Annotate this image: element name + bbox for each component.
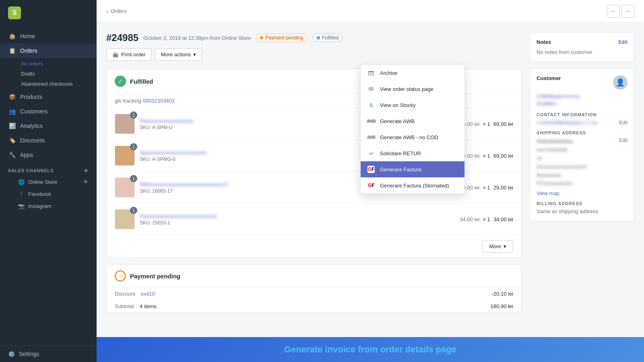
order-number: #24985 [106,32,138,43]
fulfillment-status-dot [317,36,320,39]
item-2-image-wrap: 1 [115,146,135,166]
item-2-price: 69,00 lei × 1 69,00 lei [460,153,513,159]
more-actions-label: More actions [161,51,191,58]
item-1-image-wrap: 1 [115,114,135,134]
contact-info-section-label: CONTACT INFORMATION [537,112,627,117]
sidebar-item-analytics[interactable]: 📊 Analytics [0,119,97,133]
address-line6: 07/zzzzzzzzzzz [537,179,587,188]
dropdown-view-stocky[interactable]: S View on Stocky [361,97,464,113]
nav-arrows: ← → [607,5,634,18]
discount-label: Discount exit10 [115,291,155,297]
eye-icon [367,85,375,93]
dropdown-archive[interactable]: Archive [361,65,464,81]
online-store-label: Online Store [28,179,57,185]
more-button[interactable]: More ▾ [482,240,513,253]
sidebar-item-customers-label: Customers [20,108,47,115]
dropdown-generare-factura-stornated[interactable]: GF Generare Factura (Stornated) [361,177,464,193]
dropdown-generate-awb[interactable]: AWB Generate AWB [361,113,464,129]
shipping-address: 5Mtbttttttttttttttta Irrrrr3333308 7// 4… [537,138,587,188]
sidebar-item-orders[interactable]: 📋 Orders [0,43,97,58]
notes-edit-link[interactable]: Edit [618,39,627,45]
customer-name-link[interactable]: C0MMaattrrrrrrrrraOuttttttrs [537,93,627,107]
chevron-left-icon: ‹ [106,8,108,14]
sales-channels-section: SALES CHANNELS + [0,162,97,176]
item-2-qty-badge: 1 [130,143,137,150]
item-4-qty-badge: 1 [130,207,137,214]
archive-label: Archive [380,70,397,76]
online-store-eye-icon[interactable]: 👁 [83,179,89,185]
contact-edit-link[interactable]: Edit [619,120,627,125]
subtotal-value: 180,90 lei [491,303,513,309]
nav-back-button[interactable]: ← [607,5,620,18]
item-2-total: 69,00 lei [493,153,513,159]
sidebar-item-all-orders[interactable]: All orders [18,59,97,69]
sidebar-item-settings[interactable]: ⚙️ Settings [0,346,97,362]
item-4-unit-price: 34,00 lei [460,216,479,222]
facebook-label: Facebook [28,191,51,197]
item-4-name[interactable]: Paxxxxxxxxxxxxxxxxxxxxxxxxxx1 [140,213,455,219]
payment-card-title: Payment pending [130,273,180,280]
shipping-edit-link[interactable]: Edit [619,138,627,143]
sidebar-item-orders-label: Orders [20,47,37,54]
sidebar-item-products-label: Products [20,94,42,100]
dropdown-generare-factura[interactable]: GF Generare Factura [361,161,464,177]
item-4-image-wrap: 1 [115,209,135,229]
add-sales-channel-button[interactable]: + [84,167,89,174]
bottom-banner-text: Generate invoice from order details page [284,344,456,354]
subtotal-row: Subtotal 4 items 180,90 lei [107,300,521,313]
more-actions-dropdown: Archive View order status page S View on… [360,64,465,194]
stocky-icon: S [367,101,375,109]
dropdown-generate-awb-nocod[interactable]: AWB Generate AWB - no COD [361,129,464,145]
item-1-price: 69,00 lei × 1 69,00 lei [460,121,513,127]
sidebar-item-customers[interactable]: 👥 Customers [0,104,97,119]
sidebar-item-online-store[interactable]: 🌐 Online Store 👁 [0,176,97,188]
printer-icon: 🖨️ [112,51,119,58]
more-actions-button[interactable]: More actions ▾ [155,48,202,61]
dropdown-solicitare-retur[interactable]: ↩ Solicitare RETUR [361,145,464,161]
breadcrumb: ‹ Orders [106,8,126,14]
card-footer: More ▾ [107,235,521,257]
payment-status-text: Payment pending [265,35,303,41]
item-4-price: 34,00 lei × 1 34,00 lei [460,216,513,222]
customer-card-title: Customer [537,75,561,81]
notes-title-text: Notes [537,39,551,45]
settings-label: Settings [19,351,39,357]
sidebar-item-apps[interactable]: 🔧 Apps [0,148,97,162]
view-map-link[interactable]: View map [537,190,627,196]
sidebar-logo: S [0,0,97,26]
contact-email[interactable]: ==emontttteeeyyyy:)::)::1u [537,119,597,125]
sidebar-item-products[interactable]: 📦 Products [0,90,97,104]
item-1-total: 69,00 lei [493,121,513,127]
payment-status-dot [260,36,263,39]
svg-rect-2 [370,73,372,74]
dropdown-view-status[interactable]: View order status page [361,81,464,97]
factura-icon: GF [367,165,375,173]
item-4-qty-x: × 1 [483,216,490,222]
item-4-total: 34,00 lei [493,216,513,222]
payment-card: ◷ Payment pending Discount exit10 -20,10… [106,264,522,313]
sidebar-item-home[interactable]: 🏠 Home [0,29,97,43]
tracking-label: gls tracking [115,98,141,104]
tracking-number-link[interactable]: 00032303402 [142,98,175,104]
sidebar-item-drafts[interactable]: Drafts [18,69,97,79]
sidebar-item-abandoned[interactable]: Abandoned checkouts [18,79,97,89]
nav-forward-button[interactable]: → [621,5,634,18]
sidebar-item-instagram[interactable]: 📷 Instagram [0,200,97,212]
sidebar-item-facebook[interactable]: f Facebook [0,188,97,200]
notes-card-title: Notes Edit [537,39,627,45]
subtotal-label: Subtotal 4 items [115,303,157,309]
archive-icon [367,69,375,77]
generate-awb-nocod-label: Generate AWB - no COD [380,134,438,140]
analytics-icon: 📊 [8,122,16,130]
bottom-banner: Generate invoice from order details page [97,337,644,362]
apps-icon: 🔧 [8,151,16,159]
sidebar-item-discounts[interactable]: 🏷️ Discounts [0,133,97,148]
item-3-price: 29,00 lei × 1 29,00 lei [460,185,513,191]
orders-icon: 📋 [8,47,16,55]
print-order-label: Print order [121,51,146,58]
print-order-button[interactable]: 🖨️ Print order [106,48,152,61]
orders-submenu: All orders Drafts Abandoned checkouts [0,58,97,90]
discount-code: exit10 [141,291,155,297]
breadcrumb-orders-link[interactable]: Orders [111,8,127,14]
shipping-section-label: SHIPPING ADDRESS [537,130,627,135]
